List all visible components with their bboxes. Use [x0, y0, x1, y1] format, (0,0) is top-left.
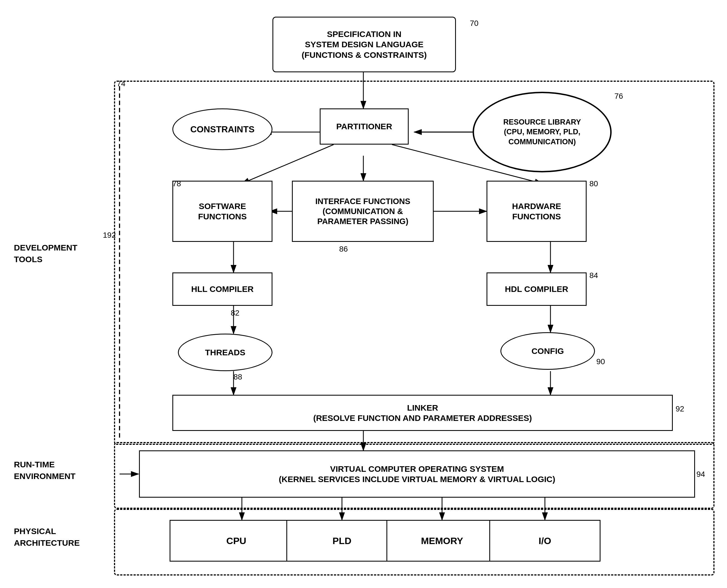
development-tools-dashed-box — [114, 81, 714, 445]
runtime-dashed-box — [114, 442, 714, 509]
physical-arch-dashed-box — [114, 509, 714, 575]
runtime-label: RUN-TIMEENVIRONMENT — [14, 459, 76, 482]
development-tools-label: DEVELOPMENTTOOLS — [14, 242, 77, 265]
ref-70: 70 — [470, 19, 478, 28]
ref-192: 192 — [103, 231, 116, 240]
physical-arch-label: PHYSICALARCHITECTURE — [14, 525, 80, 549]
specification-box: SPECIFICATION INSYSTEM DESIGN LANGUAGE(F… — [273, 17, 456, 72]
specification-label: SPECIFICATION INSYSTEM DESIGN LANGUAGE(F… — [302, 29, 427, 60]
